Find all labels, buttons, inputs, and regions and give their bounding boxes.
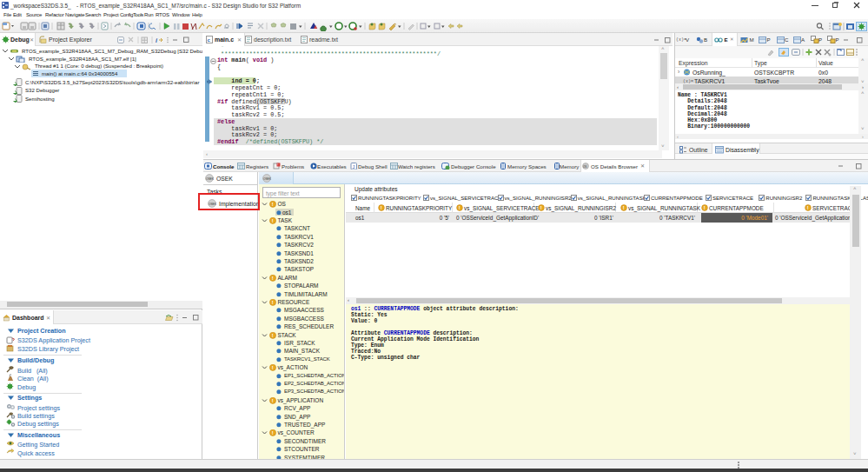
svg-text:!: !: [272, 365, 274, 370]
svg-text:!: !: [277, 163, 278, 167]
svg-text:i: i: [156, 37, 158, 43]
svg-text:!: !: [704, 205, 706, 210]
svg-text:!: !: [623, 205, 625, 210]
svg-text:OSEK: OSEK: [263, 177, 272, 181]
svg-text:!: !: [272, 276, 274, 281]
svg-text:!: !: [272, 398, 274, 403]
svg-text:!: !: [272, 430, 274, 435]
svg-text:!: !: [272, 300, 274, 305]
svg-text:J: J: [353, 164, 355, 170]
svg-text:!: !: [459, 205, 461, 210]
svg-text:!: !: [272, 202, 274, 207]
svg-text:!: !: [272, 333, 274, 338]
svg-text:!: !: [381, 205, 382, 210]
svg-text:OSEK: OSEK: [206, 177, 215, 181]
svg-text:!: !: [807, 205, 809, 210]
svg-text:OS: OS: [583, 165, 586, 169]
svg-text:!: !: [272, 218, 274, 223]
svg-text:!: !: [540, 205, 542, 210]
